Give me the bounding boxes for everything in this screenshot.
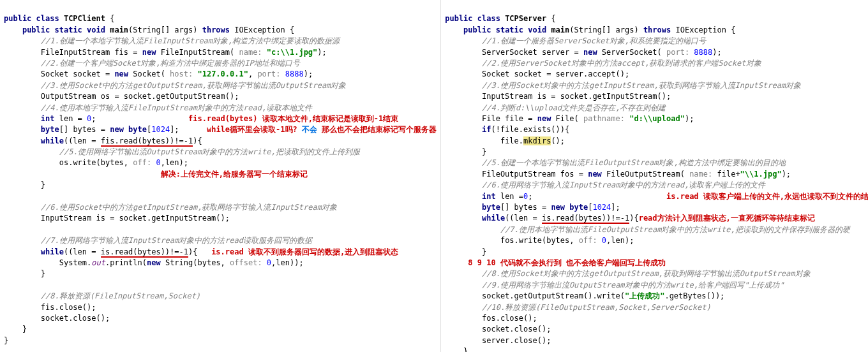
right-code-pane: public class TCPServer { public static v…	[441, 0, 868, 352]
kw: public class	[4, 14, 64, 23]
comment: //1.创建一个本地字节输入流FileInputStream对象,构造方法中绑定…	[41, 36, 340, 45]
annotation: fis.read(bytes) 读取本地文件,结束标记是读取到-1结束	[188, 114, 398, 123]
left-code-pane: public class TCPClient { public static v…	[0, 0, 441, 352]
class-name: TCPClient	[64, 14, 105, 23]
